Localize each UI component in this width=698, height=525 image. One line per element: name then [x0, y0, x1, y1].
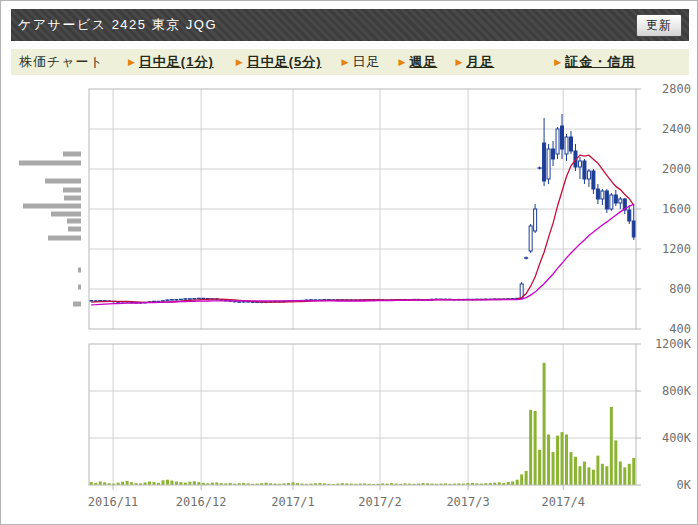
svg-text:800K: 800K	[662, 384, 692, 398]
tab-arrow-icon: ▶	[398, 57, 405, 67]
svg-text:2400: 2400	[662, 122, 691, 136]
tab-arrow-icon: ▶	[342, 57, 349, 67]
short-term-ma	[91, 155, 634, 302]
chart-tab-bar: 株価チャート ▶ 日中足(1分) ▶ 日中足(5分) ▶ 日足 ▶ 週足 ▶ 月…	[11, 49, 689, 75]
tab-arrow-icon: ▶	[128, 57, 135, 67]
svg-text:800: 800	[669, 282, 691, 296]
stock-chart-page: ケアサービス 2425 東京 JQG 更新 株価チャート ▶ 日中足(1分) ▶…	[0, 0, 698, 525]
tab-arrow-icon: ▶	[554, 57, 561, 67]
tab-arrow-icon: ▶	[236, 57, 243, 67]
gridlines	[89, 89, 636, 485]
svg-text:2017/2: 2017/2	[358, 495, 401, 509]
svg-text:2016/12: 2016/12	[176, 495, 227, 509]
svg-text:1600: 1600	[662, 202, 691, 216]
candlestick-volume-chart: 280024002000160012008004001200K800K400K0…	[1, 81, 698, 525]
svg-text:400K: 400K	[662, 431, 692, 445]
svg-text:2000: 2000	[662, 162, 691, 176]
long-term-ma	[91, 204, 634, 305]
svg-text:400: 400	[669, 322, 691, 336]
series	[89, 114, 635, 485]
tab-intraday-1min[interactable]: ▶ 日中足(1分)	[128, 53, 214, 71]
tab-arrow-icon: ▶	[455, 57, 462, 67]
chart-area: 280024002000160012008004001200K800K400K0…	[1, 81, 698, 525]
svg-text:2017/3: 2017/3	[446, 495, 489, 509]
volume-profile	[19, 152, 81, 307]
svg-text:1200: 1200	[662, 242, 691, 256]
svg-text:1200K: 1200K	[655, 337, 692, 351]
refresh-button[interactable]: 更新	[636, 14, 682, 37]
page-title: ケアサービス 2425 東京 JQG	[18, 16, 217, 34]
tab-intraday-5min[interactable]: ▶ 日中足(5分)	[236, 53, 322, 71]
svg-text:0K: 0K	[677, 478, 692, 492]
tab-weekly[interactable]: ▶ 週足	[398, 53, 437, 71]
tab-monthly[interactable]: ▶ 月足	[455, 53, 494, 71]
svg-text:2800: 2800	[662, 82, 691, 96]
tab-daily[interactable]: ▶ 日足	[342, 53, 381, 71]
svg-text:2017/1: 2017/1	[271, 495, 314, 509]
title-bar: ケアサービス 2425 東京 JQG 更新	[11, 9, 689, 41]
svg-text:2016/11: 2016/11	[88, 495, 139, 509]
tab-bar-label: 株価チャート	[19, 53, 104, 71]
axes: 280024002000160012008004001200K800K400K0…	[88, 82, 692, 509]
tab-margin-credit[interactable]: ▶ 証金・信用	[554, 53, 635, 71]
svg-text:2017/4: 2017/4	[542, 495, 585, 509]
